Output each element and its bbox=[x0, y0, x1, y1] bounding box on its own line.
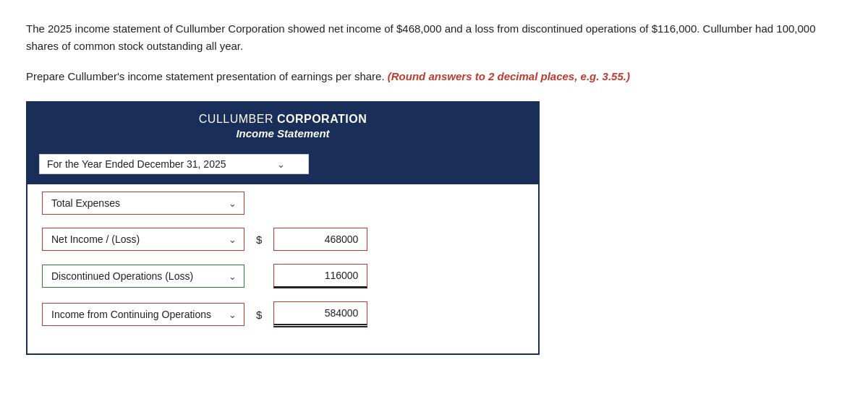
row-net-income: Net Income / (Loss) ⌄ $ 468000 bbox=[42, 228, 524, 251]
corp-name: CULLUMBER CORPORATION bbox=[35, 113, 531, 126]
net-income-label: Net Income / (Loss) bbox=[51, 233, 140, 245]
income-continuing-label: Income from Continuing Operations bbox=[51, 309, 211, 320]
income-continuing-value[interactable]: 584000 bbox=[273, 301, 367, 327]
date-chevron-icon: ⌄ bbox=[277, 159, 285, 170]
total-expenses-dropdown[interactable]: Total Expenses ⌄ bbox=[42, 192, 244, 215]
rows-area: Total Expenses ⌄ Net Income / (Loss) ⌄ $… bbox=[27, 184, 538, 353]
instruction-paragraph: Prepare Cullumber's income statement pre… bbox=[26, 68, 842, 85]
corp-name-bold: CORPORATION bbox=[277, 113, 367, 125]
row-discontinued-ops: Discontinued Operations (Loss) ⌄ $ 11600… bbox=[42, 264, 524, 288]
income-continuing-chevron-icon: ⌄ bbox=[229, 309, 237, 320]
net-income-chevron-icon: ⌄ bbox=[229, 234, 237, 245]
income-continuing-dropdown[interactable]: Income from Continuing Operations ⌄ bbox=[42, 303, 244, 326]
discontinued-ops-dropdown[interactable]: Discontinued Operations (Loss) ⌄ bbox=[42, 265, 244, 288]
net-income-dollar: $ bbox=[256, 233, 262, 246]
income-continuing-dollar: $ bbox=[256, 309, 262, 321]
discontinued-ops-label: Discontinued Operations (Loss) bbox=[51, 270, 193, 282]
statement-header: CULLUMBER CORPORATION Income Statement bbox=[27, 103, 538, 148]
discontinued-ops-chevron-icon: ⌄ bbox=[229, 271, 237, 282]
intro-paragraph: The 2025 income statement of Cullumber C… bbox=[26, 20, 842, 55]
date-row: For the Year Ended December 31, 2025 ⌄ bbox=[27, 148, 538, 184]
total-expenses-chevron-icon: ⌄ bbox=[229, 198, 237, 209]
statement-title: Income Statement bbox=[35, 127, 531, 140]
row-total-expenses: Total Expenses ⌄ bbox=[42, 192, 524, 215]
total-expenses-label: Total Expenses bbox=[51, 197, 120, 209]
row-income-continuing: Income from Continuing Operations ⌄ $ 58… bbox=[42, 301, 524, 327]
net-income-dropdown[interactable]: Net Income / (Loss) ⌄ bbox=[42, 228, 244, 251]
instruction-text: Prepare Cullumber's income statement pre… bbox=[26, 70, 385, 82]
date-label: For the Year Ended December 31, 2025 bbox=[47, 158, 226, 170]
income-statement-container: CULLUMBER CORPORATION Income Statement F… bbox=[26, 101, 540, 355]
corp-name-normal: CULLUMBER bbox=[199, 113, 277, 125]
discontinued-ops-value[interactable]: 116000 bbox=[273, 264, 367, 288]
instruction-highlight: (Round answers to 2 decimal places, e.g.… bbox=[388, 70, 630, 82]
date-dropdown[interactable]: For the Year Ended December 31, 2025 ⌄ bbox=[39, 154, 309, 174]
net-income-value[interactable]: 468000 bbox=[273, 228, 367, 251]
